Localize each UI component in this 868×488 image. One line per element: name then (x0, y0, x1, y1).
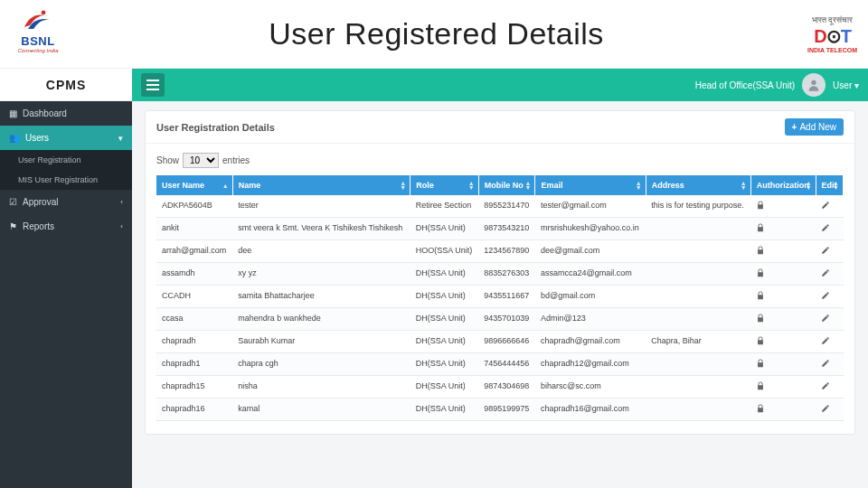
edit-cell[interactable] (816, 331, 843, 353)
table-cell: samita Bhattacharjee (232, 286, 410, 308)
sidebar-sub-mis-user-registration[interactable]: MIS User Registration (0, 170, 132, 190)
table-cell: 8955231470 (478, 195, 535, 218)
edit-cell[interactable] (816, 376, 843, 399)
sidebar-item-approval[interactable]: ☑Approval ‹ (0, 190, 132, 214)
column-header[interactable]: Role▲▼ (410, 175, 478, 195)
table-cell (646, 308, 750, 331)
users-icon: 👥 (9, 133, 20, 143)
page-title: User Registered Details (269, 16, 604, 52)
table-cell: dee (232, 240, 410, 263)
column-header[interactable]: Name▲▼ (232, 175, 410, 195)
pencil-icon (821, 293, 830, 302)
app-frame: CPMS ▦Dashboard 👥Users ▾ User Registrati… (0, 69, 868, 488)
avatar[interactable] (802, 73, 826, 97)
table-cell: Saurabh Kumar (232, 331, 410, 353)
table-cell: biharsc@sc.com (535, 376, 646, 399)
sidebar-item-reports[interactable]: ⚑Reports ‹ (0, 214, 132, 239)
sort-icon: ▲ (222, 183, 229, 188)
brand: CPMS (0, 69, 132, 101)
pencil-icon (821, 270, 830, 279)
authorization-cell[interactable] (750, 240, 816, 263)
table-cell: DH(SSA Unit) (410, 286, 478, 308)
check-icon: ☑ (9, 197, 17, 207)
table-row: chapradh16kamalDH(SSA Unit)9895199975cha… (156, 399, 844, 421)
table-cell: chapradh (156, 331, 232, 353)
table-wrap: Show 10 entries User Name▲Name▲▼Role▲▼Mo… (146, 144, 854, 434)
sidebar-item-label: Dashboard (23, 108, 67, 118)
authorization-cell[interactable] (750, 286, 816, 308)
column-header[interactable]: Edit▲▼ (816, 175, 843, 195)
show-suffix: entries (222, 155, 250, 165)
edit-cell[interactable] (816, 308, 843, 331)
dot-logo: भारत दूरसंचार D⊙T INDIA TELECOM (807, 15, 857, 53)
pencil-icon (821, 338, 830, 347)
user-menu[interactable]: User ▾ (833, 80, 859, 90)
edit-cell[interactable] (816, 286, 843, 308)
edit-cell[interactable] (816, 263, 843, 286)
table-cell: kamal (232, 399, 410, 421)
edit-cell[interactable] (816, 218, 843, 240)
table-cell (646, 376, 750, 399)
table-cell: chapradh12@gmail.com (535, 353, 646, 376)
authorization-cell[interactable] (750, 308, 816, 331)
table-row: ADKPA5604BtesterRetiree Section895523147… (156, 195, 844, 218)
sidebar-item-dashboard[interactable]: ▦Dashboard (0, 101, 132, 126)
edit-cell[interactable] (816, 195, 843, 218)
flag-icon: ⚑ (9, 221, 17, 231)
pencil-icon (821, 315, 830, 324)
table-row: CCADHsamita BhattacharjeeDH(SSA Unit)943… (156, 286, 844, 308)
table-cell: DH(SSA Unit) (410, 263, 478, 286)
column-header[interactable]: Authorization▲▼ (750, 175, 816, 195)
table-cell: xy yz (232, 263, 410, 286)
table-cell: bd@gmail.com (535, 286, 646, 308)
table-cell: ADKPA5604B (156, 195, 232, 218)
table-cell (646, 218, 750, 240)
table-cell: arrah@gmail.com (156, 240, 232, 263)
authorization-cell[interactable] (750, 218, 816, 240)
table-cell (646, 286, 750, 308)
table-cell: DH(SSA Unit) (410, 331, 478, 353)
dot-icon: D⊙T (814, 25, 851, 47)
chevron-left-icon: ‹ (120, 222, 123, 230)
chevron-down-icon: ▾ (118, 134, 123, 143)
authorization-cell[interactable] (750, 376, 816, 399)
panel-title: User Registration Details (156, 122, 275, 133)
edit-cell[interactable] (816, 353, 843, 376)
column-header[interactable]: User Name▲ (156, 175, 232, 195)
table-row: assamdhxy yzDH(SSA Unit)8835276303assamc… (156, 263, 844, 286)
user-icon (807, 78, 821, 92)
hamburger-button[interactable] (141, 73, 165, 97)
table-cell: 9895199975 (478, 399, 535, 421)
sort-icon: ▲▼ (636, 181, 642, 190)
column-header[interactable]: Address▲▼ (646, 175, 750, 195)
pencil-icon (821, 248, 830, 257)
column-header[interactable]: Mobile No▲▼ (478, 175, 535, 195)
add-new-button[interactable]: Add New (785, 118, 844, 136)
sidebar-sub-user-registration[interactable]: User Registration (0, 150, 132, 170)
content: User Registration Details Add New Show 1… (132, 101, 868, 444)
bsnl-swoosh-icon (23, 7, 53, 34)
edit-cell[interactable] (816, 399, 843, 421)
entries-select[interactable]: 10 (183, 153, 219, 168)
table-cell: DH(SSA Unit) (410, 376, 478, 399)
table-row: chapradh15nishaDH(SSA Unit)9874304698bih… (156, 376, 844, 399)
table-cell: nisha (232, 376, 410, 399)
authorization-cell[interactable] (750, 331, 816, 353)
table-cell: DH(SSA Unit) (410, 353, 478, 376)
svg-point-1 (811, 80, 816, 85)
sidebar-item-users[interactable]: 👥Users ▾ (0, 126, 132, 150)
column-header[interactable]: Email▲▼ (535, 175, 646, 195)
authorization-cell[interactable] (750, 399, 816, 421)
pencil-icon (821, 361, 830, 370)
unlock-icon (756, 293, 765, 302)
sidebar-item-label: Users (25, 133, 49, 143)
authorization-cell[interactable] (750, 263, 816, 286)
pencil-icon (821, 406, 830, 415)
authorization-cell[interactable] (750, 195, 816, 218)
sidebar-item-label: Reports (23, 221, 54, 231)
unlock-icon (756, 383, 765, 392)
edit-cell[interactable] (816, 240, 843, 263)
table-cell: CCADH (156, 286, 232, 308)
table-row: chapradh1chapra cghDH(SSA Unit)745644445… (156, 353, 844, 376)
authorization-cell[interactable] (750, 353, 816, 376)
